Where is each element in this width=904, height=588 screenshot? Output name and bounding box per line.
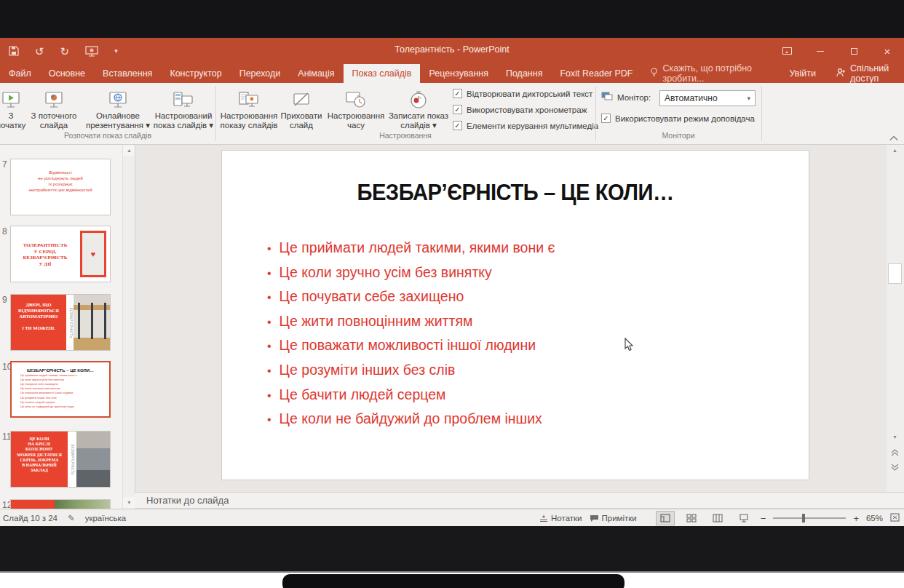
fit-to-window-icon[interactable] — [890, 513, 900, 523]
chevron-down-icon: ▾ — [747, 95, 750, 102]
zoom-level[interactable]: 65% — [866, 514, 883, 523]
title-bar: ↺ ↻ ▾ Толерантність - PowerPoint ▴ × — [0, 38, 904, 64]
bullet-item: •Це коли не байдужий до проблем інших — [267, 410, 555, 435]
slide-canvas[interactable]: БЕЗБАР’ЄРНІСТЬ – ЦЕ КОЛИ… •Це приймати л… — [221, 150, 809, 480]
zoom-slider-thumb[interactable] — [802, 514, 805, 523]
tab-design[interactable]: Конструктор — [161, 64, 230, 83]
present-online-button[interactable]: Онлайнове презентування ▾ — [83, 86, 153, 131]
restore-icon[interactable] — [837, 38, 871, 64]
custom-slideshow-button[interactable]: Настроюваний показ слайдів ▾ — [153, 86, 214, 131]
language-indicator[interactable]: українська — [85, 514, 127, 523]
checkbox-icon: ✓ — [453, 105, 462, 114]
scroll-up-icon[interactable]: ▲ — [123, 145, 135, 156]
top-letterbox — [0, 0, 904, 38]
checkbox-use-timings[interactable]: ✓ Використовувати хронометраж — [453, 105, 587, 114]
ribbon: З початку З поточного слайда Онлайнове п… — [0, 83, 904, 145]
notes-icon — [539, 514, 548, 523]
slide-number: 9 — [2, 295, 7, 305]
from-current-slide-button[interactable]: З поточного слайда — [26, 86, 82, 131]
bullet-item: •Це бачити людей серцем — [267, 386, 555, 411]
previous-slide-icon[interactable] — [889, 449, 901, 457]
tab-home[interactable]: Основне — [40, 64, 94, 83]
record-slideshow-icon — [409, 86, 428, 109]
main-scrollbar[interactable]: ▲ ▼ — [887, 145, 904, 492]
from-current-slide-icon — [44, 86, 63, 109]
notes-placeholder: Нотатки до слайда — [146, 495, 229, 506]
setup-slideshow-icon — [239, 86, 259, 109]
tab-transitions[interactable]: Переходи — [231, 64, 290, 83]
group-label-monitors: Монітори — [595, 131, 761, 141]
bullet-item: •Це приймати людей такими, якими вони є — [267, 239, 555, 264]
present-online-icon — [108, 86, 127, 109]
slide-thumbnail-panel: 7 Відмінності не роз’єднують людей їх ро… — [0, 145, 122, 509]
tab-foxit[interactable]: Foxit Reader PDF — [551, 64, 641, 83]
tab-review[interactable]: Рецензування — [420, 64, 496, 83]
group-label-setup: Настроювання — [215, 131, 595, 141]
slide-position[interactable]: Слайд 10 з 24 — [3, 514, 58, 523]
view-reading-button[interactable] — [708, 511, 727, 525]
collapse-ribbon-icon[interactable] — [889, 131, 898, 144]
ribbon-display-options-icon[interactable]: ▴ — [770, 38, 804, 64]
minimize-icon[interactable] — [804, 38, 837, 64]
checkbox-icon: ✓ — [453, 89, 462, 98]
checkbox-presenter-view[interactable]: ✓ Використовувати режим доповідача — [601, 114, 755, 123]
menu-right: Увійти Спільний доступ — [780, 64, 904, 83]
thumbnail-scrollbar[interactable]: ▲ ▼ — [122, 145, 135, 509]
bullet-item: •Це жити повноцінним життям — [267, 313, 555, 338]
spine-text: БЕЗБАР’ЄРНІСТЬ — [68, 432, 76, 487]
tab-animations[interactable]: Анімація — [289, 64, 343, 83]
zoom-in-button[interactable]: + — [853, 513, 859, 524]
view-slideshow-button[interactable] — [734, 511, 753, 525]
slide-title[interactable]: БЕЗБАР’ЄРНІСТЬ – ЦЕ КОЛИ… — [239, 180, 791, 206]
tab-insert[interactable]: Вставлення — [94, 64, 161, 83]
monitor-icon — [601, 92, 613, 103]
next-slide-icon[interactable] — [889, 464, 901, 472]
ribbon-tab-bar: Файл Основне Вставлення Конструктор Пере… — [0, 64, 904, 83]
zoom-out-button[interactable]: − — [761, 513, 766, 524]
scrollbar-thumb[interactable] — [888, 263, 902, 284]
mouse-cursor — [625, 338, 635, 355]
zoom-slider[interactable] — [773, 517, 846, 519]
thumbnail-slide-8[interactable]: ТОЛЕРАНТНІСТЬ У СЕРЦІ, БЕЗБАР’ЄРНІСТЬ У … — [10, 226, 111, 282]
bottom-letterbox — [0, 526, 904, 573]
slide-bullet-list[interactable]: •Це приймати людей такими, якими вони є … — [267, 239, 555, 435]
hide-slide-button[interactable]: Приховати слайд — [280, 86, 322, 131]
thumbnail-slide-12[interactable] — [10, 499, 111, 509]
thumbnail-slide-10-selected[interactable]: БЕЗБАР’ЄРНІСТЬ – ЦЕ КОЛИ… Це приймати лю… — [10, 361, 111, 418]
custom-slideshow-icon — [173, 86, 194, 109]
notes-toggle[interactable]: Нотатки — [539, 514, 582, 523]
comment-icon — [590, 514, 599, 523]
tab-file[interactable]: Файл — [0, 64, 40, 83]
record-slideshow-button[interactable]: Записати показ слайдів ▾ — [387, 86, 450, 131]
rehearse-timings-button[interactable]: Настроювання часу — [323, 86, 389, 131]
plants-photo — [55, 500, 110, 509]
slide-number: 8 — [2, 226, 7, 237]
view-sorter-button[interactable] — [682, 511, 701, 525]
scroll-down-icon[interactable]: ▼ — [123, 497, 135, 508]
checkbox-play-narrations[interactable]: ✓ Відтворювати дикторський текст — [453, 89, 592, 98]
person-plus-icon — [836, 68, 846, 79]
spelling-icon[interactable]: ✎ — [68, 513, 75, 523]
from-beginning-icon — [1, 86, 20, 109]
thumbnail-slide-11[interactable]: ЦЕ КОЛИ НА КРІСЛІ КОЛІСНОМУ МОЖЕШ ДІСТАТ… — [10, 431, 111, 488]
monitor-dropdown[interactable]: Автоматично ▾ — [659, 90, 756, 106]
tab-view[interactable]: Подання — [497, 64, 551, 83]
checkbox-media-controls[interactable]: ✓ Елементи керування мультимедіа — [453, 121, 598, 130]
view-normal-button[interactable] — [656, 511, 675, 525]
group-label-start-slideshow: Розпочати показ слайдів — [0, 131, 215, 141]
window-controls: ▴ × — [770, 38, 904, 64]
scroll-down-icon[interactable]: ▼ — [889, 434, 901, 440]
wheelchair-photo — [76, 432, 110, 487]
thumbnail-slide-9[interactable]: ДВЕРІ, ЩО ВІДЧИНЯЮТЬСЯ АВТОМАТИЧНО І ТИ … — [10, 294, 111, 351]
tab-slideshow[interactable]: Показ слайдів — [344, 64, 421, 83]
close-icon[interactable]: × — [871, 38, 904, 64]
sign-in-button[interactable]: Увійти — [780, 68, 826, 79]
comments-toggle[interactable]: Примітки — [590, 514, 637, 523]
tell-me-box[interactable]: Скажіть, що потрібно зробити... — [641, 64, 779, 83]
setup-slideshow-button[interactable]: Настроювання показу слайдів — [218, 86, 280, 131]
thumbnail-slide-7[interactable]: Відмінності не роз’єднують людей їх роз’… — [10, 159, 111, 215]
share-button[interactable]: Спільний доступ — [826, 63, 904, 84]
notes-pane[interactable]: Нотатки до слайда — [135, 492, 904, 509]
screen: ↺ ↻ ▾ Толерантність - PowerPoint ▴ × Фай… — [0, 0, 904, 588]
scroll-up-icon[interactable]: ▲ — [889, 148, 901, 153]
